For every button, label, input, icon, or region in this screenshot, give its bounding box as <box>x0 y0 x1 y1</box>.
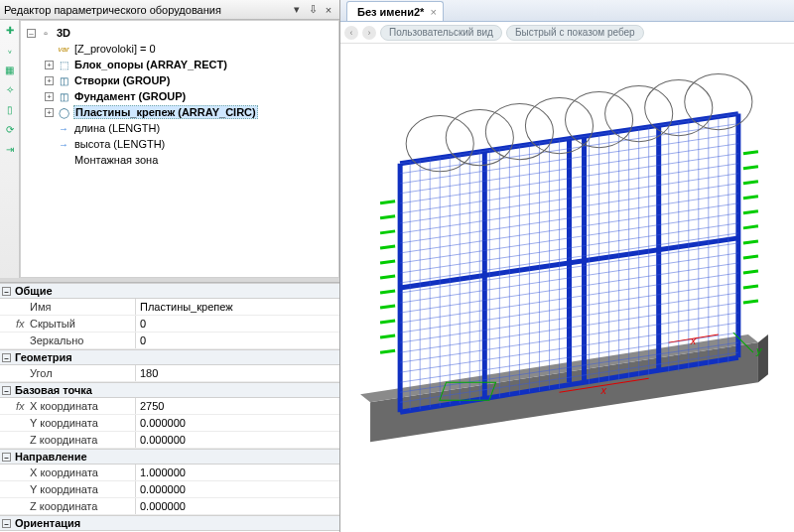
array-rect-icon: ⬚ <box>57 58 70 71</box>
svg-line-40 <box>743 271 758 273</box>
variable-icon: var <box>57 42 70 56</box>
toolbar-btn-6[interactable]: ⟳ <box>2 121 18 137</box>
array-circ-icon: ◯ <box>57 105 70 119</box>
expand-icon[interactable]: + <box>45 92 54 101</box>
svg-line-30 <box>380 335 395 337</box>
collapse-icon[interactable]: – <box>27 29 36 38</box>
category-direction[interactable]: –Направление <box>0 449 339 465</box>
length-icon: → <box>57 121 70 135</box>
property-grid[interactable]: –Общие ИмяПластины_крепеж fxСкрытый0 Зер… <box>0 282 339 532</box>
group-icon: ◫ <box>57 89 70 103</box>
tree-node-plastiny[interactable]: + ◯ Пластины_крепеж (ARRAY_CIRC) <box>23 104 336 120</box>
toolbar-btn-7[interactable]: ⇥ <box>2 141 18 157</box>
svg-line-21 <box>380 201 395 203</box>
svg-line-27 <box>380 291 395 293</box>
length-icon: → <box>57 137 70 151</box>
svg-line-35 <box>743 197 758 199</box>
parametric-editor-panel: Редактор параметрического оборудования ▾… <box>0 0 340 532</box>
group-icon: ◫ <box>57 73 70 87</box>
svg-text:x: x <box>690 334 697 346</box>
prop-angle[interactable]: Угол180 <box>0 365 339 382</box>
prop-mirror[interactable]: Зеркально0 <box>0 332 339 349</box>
svg-line-33 <box>743 167 758 169</box>
svg-line-26 <box>380 276 395 278</box>
tree-node-3d[interactable]: – ▫ 3D <box>23 25 336 41</box>
toolbar-btn-4[interactable]: ✧ <box>2 81 18 97</box>
category-basepoint[interactable]: –Базовая точка <box>0 382 339 398</box>
object-tree[interactable]: – ▫ 3D var [Z_provoloki] = 0 + ⬚ Блок_оп… <box>20 20 339 278</box>
svg-line-23 <box>380 231 395 233</box>
editor-toolbar: ✚ ᵥ ▦ ✧ ▯ ⟳ ⇥ <box>0 20 20 278</box>
document-tabbar: Без имени2* × <box>340 0 794 22</box>
zone-icon <box>57 153 70 167</box>
prop-bx[interactable]: fxX координата2750 <box>0 398 339 415</box>
toolbar-btn-1[interactable]: ✚ <box>2 22 18 38</box>
prop-name[interactable]: ИмяПластины_крепеж <box>0 299 339 316</box>
svg-line-41 <box>743 286 758 288</box>
svg-line-24 <box>380 246 395 248</box>
toolbar-btn-2[interactable]: ᵥ <box>2 42 18 58</box>
prop-bz[interactable]: Z координата0.000000 <box>0 432 339 449</box>
svg-text:x: x <box>600 384 607 396</box>
panel-close-icon[interactable]: × <box>322 3 335 17</box>
3d-viewport[interactable]: x x y <box>340 44 794 532</box>
nav-back-icon[interactable]: ‹ <box>344 26 358 40</box>
expand-icon[interactable]: + <box>45 76 54 85</box>
svg-line-28 <box>380 306 395 308</box>
svg-line-36 <box>743 211 758 213</box>
tree-node-montazh[interactable]: Монтажная зона <box>23 152 336 168</box>
model-render: x x y <box>340 44 794 532</box>
document-tab[interactable]: Без имени2* × <box>346 1 444 21</box>
svg-line-29 <box>380 321 395 323</box>
panel-pin-icon[interactable]: ⇩ <box>306 3 320 17</box>
category-common[interactable]: –Общие <box>0 283 339 299</box>
tree-node-vysota[interactable]: → высота (LENGTH) <box>23 136 336 152</box>
svg-line-39 <box>743 256 758 258</box>
tree-node-block-opory[interactable]: + ⬚ Блок_опоры (ARRAY_RECT) <box>23 57 336 72</box>
view-mode-pill[interactable]: Пользовательский вид <box>380 25 502 41</box>
svg-line-32 <box>743 152 758 154</box>
svg-marker-2 <box>758 334 768 382</box>
viewport-panel: Без имени2* × ‹ › Пользовательский вид Б… <box>340 0 794 532</box>
prop-dz[interactable]: Z координата0.000000 <box>0 498 339 515</box>
tree-node-dlina[interactable]: → длина (LENGTH) <box>23 120 336 136</box>
svg-line-31 <box>380 350 395 352</box>
nav-forward-icon[interactable]: › <box>362 26 376 40</box>
svg-line-22 <box>380 216 395 218</box>
expand-icon[interactable]: + <box>45 108 54 117</box>
prop-dy[interactable]: Y координата0.000000 <box>0 481 339 498</box>
svg-line-25 <box>380 261 395 263</box>
toolbar-btn-5[interactable]: ▯ <box>2 101 18 117</box>
tab-close-icon[interactable]: × <box>430 6 436 18</box>
tree-node-fundament[interactable]: + ◫ Фундамент (GROUP) <box>23 88 336 104</box>
category-orientation[interactable]: –Ориентация <box>0 515 339 531</box>
expand-icon[interactable]: + <box>45 61 54 69</box>
svg-line-42 <box>743 301 758 303</box>
view-breadcrumb-bar: ‹ › Пользовательский вид Быстрый с показ… <box>340 22 794 44</box>
panel-header: Редактор параметрического оборудования ▾… <box>0 0 339 20</box>
node-icon: ▫ <box>39 26 53 40</box>
svg-line-37 <box>743 226 758 228</box>
panel-title: Редактор параметрического оборудования <box>4 4 288 16</box>
category-geometry[interactable]: –Геометрия <box>0 349 339 365</box>
tab-label: Без имени2* <box>357 6 424 18</box>
tree-node-stvorki[interactable]: + ◫ Створки (GROUP) <box>23 72 336 88</box>
prop-dx[interactable]: X координата1.000000 <box>0 465 339 481</box>
panel-menu-dropdown-icon[interactable]: ▾ <box>290 3 304 17</box>
toolbar-btn-3[interactable]: ▦ <box>2 62 18 77</box>
prop-by[interactable]: Y координата0.000000 <box>0 415 339 432</box>
prop-hidden[interactable]: fxСкрытый0 <box>0 316 339 332</box>
tree-node-variable[interactable]: var [Z_provoloki] = 0 <box>23 41 336 57</box>
svg-line-38 <box>743 241 758 243</box>
svg-line-34 <box>743 182 758 184</box>
render-mode-pill[interactable]: Быстрый с показом ребер <box>506 25 644 41</box>
